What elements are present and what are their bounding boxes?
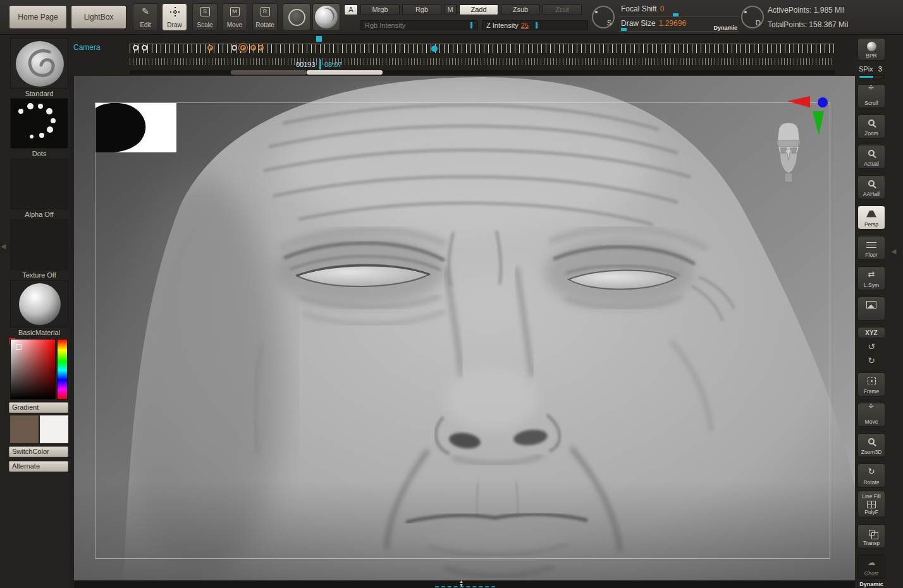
- timeline-subruler[interactable]: [130, 58, 835, 65]
- timeline-range-segment[interactable]: [231, 70, 307, 75]
- dots-d-button[interactable]: D: [741, 6, 764, 28]
- saturation-value-box[interactable]: [10, 339, 56, 400]
- material-preview-button[interactable]: [312, 3, 340, 31]
- edit-tool-button[interactable]: ✎ Edit: [133, 3, 158, 31]
- material-label: BasicMaterial: [6, 329, 72, 336]
- keyframe-marker-selected[interactable]: [207, 45, 213, 51]
- frame-mesh-icon: [868, 376, 876, 386]
- keyframe-marker[interactable]: [231, 45, 237, 51]
- keyframe-marker[interactable]: [133, 45, 138, 51]
- focal-shift-label: Focal Shift: [621, 4, 657, 13]
- local-symmetry-button[interactable]: ⇄ L.Sym: [857, 266, 885, 290]
- local-transformation-button[interactable]: [857, 297, 885, 321]
- persp-button[interactable]: Persp: [857, 205, 885, 230]
- stroke-selector-thumbnail[interactable]: [10, 98, 68, 149]
- zoom3d-button[interactable]: Zoom3D: [857, 433, 885, 457]
- rotate-counterclockwise-icon[interactable]: ↺: [857, 341, 885, 352]
- keyframe-marker[interactable]: [142, 45, 147, 51]
- alpha-selector-thumbnail[interactable]: [10, 159, 68, 209]
- scale-tool-label: Scale: [197, 22, 212, 28]
- camera-track-label[interactable]: Camera: [73, 43, 101, 52]
- frame-button[interactable]: Frame: [857, 372, 885, 396]
- bpr-button[interactable]: BPR: [857, 38, 885, 61]
- keyframe-marker-selected[interactable]: [250, 45, 256, 51]
- zoom-button[interactable]: Zoom: [857, 114, 885, 138]
- keyframe-marker-selected[interactable]: [258, 45, 264, 51]
- z-intensity-handle[interactable]: [536, 22, 538, 28]
- zoom3d-magnifier-icon: [868, 436, 875, 446]
- draw-size-handle[interactable]: [621, 28, 627, 31]
- brush-label: Standard: [6, 90, 72, 97]
- right-shelf: BPR SPix3 ↔↕ Scroll Zoom Actual AAHalf P…: [855, 35, 903, 588]
- canvas-scroll-widget[interactable]: ▲▼: [435, 580, 495, 588]
- scroll-label: Scroll: [864, 101, 878, 106]
- timeline-playhead[interactable]: [319, 59, 321, 70]
- ghost-button[interactable]: ☁ Ghost: [857, 554, 885, 579]
- line-fill-label: Line Fill: [862, 494, 880, 499]
- timeline-scroll-track[interactable]: [130, 70, 835, 75]
- spix-control[interactable]: SPix3: [859, 65, 882, 73]
- scale-tool-button[interactable]: S Scale: [192, 3, 218, 31]
- spix-slider[interactable]: [859, 75, 884, 78]
- keyframe-marker-selected[interactable]: [240, 45, 246, 51]
- draw-size-label: Draw Size: [621, 19, 656, 28]
- switch-color-button[interactable]: SwitchColor: [9, 446, 68, 457]
- lightbox-button[interactable]: LightBox: [71, 5, 126, 29]
- timeline-cursor-marker[interactable]: [316, 36, 322, 42]
- transparency-button[interactable]: Transp: [857, 524, 885, 548]
- rotate-clockwise-icon[interactable]: ↻: [857, 355, 885, 365]
- navigation-gizmo[interactable]: [770, 95, 845, 234]
- focal-shift-handle[interactable]: [673, 13, 679, 16]
- rgb-button[interactable]: Rgb: [402, 4, 441, 15]
- home-page-button[interactable]: Home Page: [9, 5, 67, 29]
- scroll-button[interactable]: ↔↕ Scroll: [857, 84, 885, 108]
- brush-selector-thumbnail[interactable]: [10, 38, 68, 89]
- stroke-preview-button[interactable]: [283, 3, 310, 31]
- hue-strip[interactable]: [57, 339, 68, 400]
- rotate-view-button[interactable]: ↻ Rotate: [857, 463, 885, 487]
- aahalf-button[interactable]: AAHalf: [857, 175, 885, 199]
- move-tool-button[interactable]: M Move: [222, 3, 247, 31]
- polyframe-button[interactable]: Line Fill PolyF: [857, 491, 885, 517]
- right-panel-collapse-arrow[interactable]: ◀: [891, 248, 896, 255]
- zoom-label: Zoom: [864, 131, 878, 137]
- timeline-timecode: 08:07: [324, 61, 342, 68]
- draw-size-slider[interactable]: Draw Size1.29696 Dynamic: [618, 17, 739, 32]
- perspective-icon: [866, 209, 876, 219]
- z-intensity-label: Z Intensity: [486, 21, 519, 29]
- move-label: Move: [865, 419, 878, 425]
- color-picker-cursor[interactable]: [16, 344, 22, 350]
- floor-button[interactable]: Floor: [857, 236, 885, 260]
- material-selector-thumbnail[interactable]: [10, 280, 68, 328]
- stroke-curve-s-button[interactable]: S: [592, 6, 615, 28]
- zadd-button[interactable]: Zadd: [459, 4, 498, 15]
- scroll-pan-icon: ↔↕: [866, 87, 876, 97]
- z-intensity-slider[interactable]: Z Intensity25: [482, 20, 588, 30]
- gradient-button[interactable]: Gradient: [9, 402, 68, 413]
- bpr-label: BPR: [866, 53, 876, 59]
- mrgb-button[interactable]: Mrgb: [360, 4, 400, 15]
- current-frame-dot[interactable]: [431, 46, 438, 52]
- main-color-swatch[interactable]: [10, 415, 39, 443]
- zcut-button[interactable]: Zcut: [543, 4, 582, 15]
- m-button[interactable]: M: [444, 4, 457, 15]
- secondary-color-swatch[interactable]: [40, 415, 68, 443]
- rgb-intensity-slider[interactable]: Rgb Intensity: [360, 20, 478, 30]
- sculpt-viewport[interactable]: [74, 76, 855, 580]
- left-panel-collapse-arrow[interactable]: ◀: [1, 243, 6, 250]
- rotate-tool-button[interactable]: R Rotate: [252, 3, 278, 31]
- move-view-button[interactable]: ↔↕ Move: [857, 403, 885, 427]
- alternate-button[interactable]: Alternate: [9, 461, 68, 472]
- dynamic-subdiv-label[interactable]: Dynamic: [857, 581, 885, 588]
- rotate-tool-label: Rotate: [255, 22, 274, 28]
- focal-shift-slider[interactable]: Focal Shift0: [618, 3, 739, 17]
- draw-tool-button[interactable]: Draw: [162, 3, 187, 31]
- rgb-intensity-handle[interactable]: [470, 22, 472, 28]
- xyz-symmetry-button[interactable]: XYZ: [857, 327, 885, 338]
- texture-selector-thumbnail[interactable]: [10, 219, 68, 270]
- zsub-button[interactable]: Zsub: [501, 4, 540, 15]
- color-swatch-a[interactable]: A: [344, 4, 358, 15]
- timeline-scroll-thumb[interactable]: [307, 70, 383, 75]
- actual-size-button[interactable]: Actual: [857, 145, 885, 169]
- dynamic-mode-label[interactable]: Dynamic: [713, 21, 737, 34]
